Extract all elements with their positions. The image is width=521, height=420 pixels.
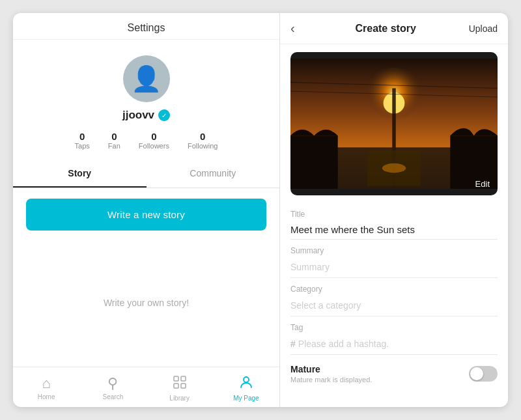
stat-taps-label: Taps — [75, 142, 90, 150]
back-button[interactable]: ‹ — [290, 21, 295, 36]
username-row: jjoovv ✓ — [122, 109, 170, 122]
verified-badge: ✓ — [158, 109, 170, 121]
svg-rect-0 — [174, 376, 178, 381]
create-story-title: Create story — [303, 23, 469, 35]
library-icon — [173, 375, 187, 393]
category-label: Category — [290, 285, 498, 294]
tab-story[interactable]: Story — [13, 160, 147, 188]
mature-toggle[interactable] — [469, 366, 498, 382]
title-label: Title — [290, 210, 498, 219]
tag-row[interactable]: # Please add a hashtag. — [290, 333, 498, 355]
title-value[interactable]: Meet me where the Sun sets — [290, 220, 498, 240]
svg-rect-3 — [181, 384, 186, 388]
home-icon: ⌂ — [42, 375, 50, 392]
svg-point-4 — [244, 377, 249, 382]
tabs-row: Story Community — [13, 160, 279, 188]
nav-mypage[interactable]: My Page — [213, 372, 279, 404]
mature-info: Mature Mature mark is displayed. — [290, 364, 372, 384]
avatar: 👤 — [123, 55, 170, 102]
tag-label: Tag — [290, 323, 498, 332]
svg-rect-14 — [290, 135, 338, 189]
stat-followers: 0 Followers — [139, 131, 169, 150]
svg-rect-15 — [450, 135, 498, 189]
story-image — [290, 52, 498, 195]
right-header: ‹ Create story Upload — [280, 13, 508, 44]
nav-search-label: Search — [103, 393, 124, 400]
edit-button[interactable]: Edit — [475, 179, 490, 189]
stat-following-number: 0 — [200, 131, 205, 142]
nav-library[interactable]: Library — [147, 372, 213, 404]
summary-placeholder[interactable]: Summary — [290, 257, 498, 278]
write-new-story-button[interactable]: Write a new story — [26, 199, 266, 231]
username: jjoovv — [122, 109, 154, 122]
tag-placeholder: Please add a hashtag. — [298, 339, 389, 349]
empty-story-text: Write your own story! — [13, 238, 279, 367]
stat-followers-label: Followers — [139, 142, 169, 150]
svg-point-13 — [382, 163, 406, 173]
nav-library-label: Library — [169, 395, 190, 402]
stats-row: 0 Taps 0 Fan 0 Followers 0 Following — [75, 131, 218, 150]
bottom-nav: ⌂ Home ⚲ Search Library — [13, 367, 279, 407]
app-container: Settings 👤 jjoovv ✓ 0 Taps 0 Fan 0 — [13, 13, 508, 407]
upload-button[interactable]: Upload — [469, 23, 498, 34]
stat-taps-number: 0 — [79, 131, 85, 142]
nav-home-label: Home — [38, 393, 55, 400]
mature-row: Mature Mature mark is displayed. — [290, 355, 498, 386]
mature-title: Mature — [290, 364, 372, 374]
nav-home[interactable]: ⌂ Home — [13, 372, 79, 404]
summary-label: Summary — [290, 246, 498, 255]
stat-fan: 0 Fan — [108, 131, 120, 150]
mypage-icon — [239, 375, 253, 393]
hash-symbol: # — [290, 339, 296, 349]
story-image-container: Edit — [290, 52, 498, 195]
category-placeholder[interactable]: Select a category — [290, 295, 498, 316]
stat-followers-number: 0 — [151, 131, 156, 142]
stat-following: 0 Following — [188, 131, 218, 150]
stat-following-label: Following — [188, 142, 218, 150]
right-panel: ‹ Create story Upload — [280, 13, 508, 407]
avatar-icon: 👤 — [131, 66, 162, 91]
svg-rect-2 — [174, 384, 178, 388]
tab-community[interactable]: Community — [147, 160, 280, 188]
write-btn-container: Write a new story — [13, 188, 279, 238]
search-icon: ⚲ — [107, 375, 118, 392]
left-panel: Settings 👤 jjoovv ✓ 0 Taps 0 Fan 0 — [13, 13, 280, 407]
profile-section: 👤 jjoovv ✓ 0 Taps 0 Fan 0 Followers — [13, 40, 279, 160]
mature-subtitle: Mature mark is displayed. — [290, 376, 372, 384]
settings-header: Settings — [13, 13, 279, 40]
svg-rect-1 — [181, 376, 186, 381]
stat-fan-number: 0 — [111, 131, 117, 142]
stat-fan-label: Fan — [108, 142, 120, 150]
form-section: Title Meet me where the Sun sets Summary… — [280, 203, 508, 386]
nav-search[interactable]: ⚲ Search — [79, 372, 146, 404]
toggle-thumb — [470, 367, 483, 380]
nav-mypage-label: My Page — [233, 395, 259, 402]
stat-taps: 0 Taps — [75, 131, 90, 150]
